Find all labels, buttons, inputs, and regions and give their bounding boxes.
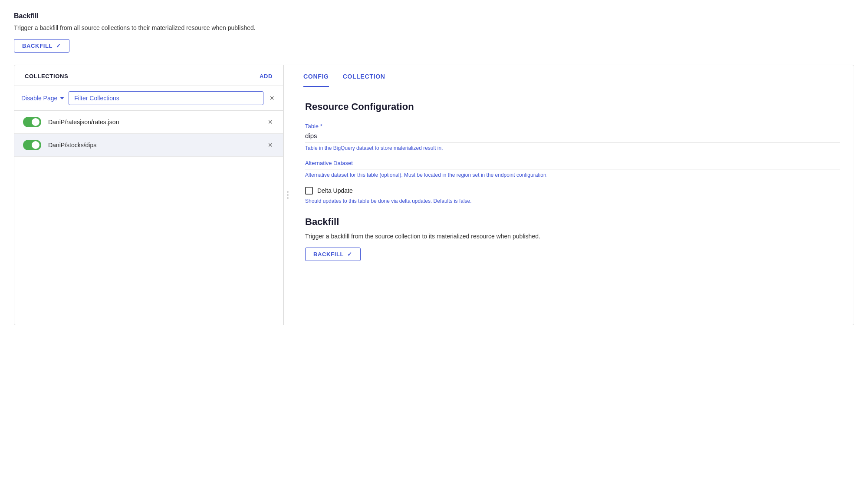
alt-dataset-label: Alternative Dataset [305,160,840,169]
toggle-slider-1 [23,140,41,150]
remove-collection-1[interactable]: × [266,140,274,150]
table-value: dips [305,132,840,142]
add-button[interactable]: ADD [260,73,273,79]
toggle-0[interactable] [23,117,41,127]
right-backfill-check-icon: ✓ [347,251,352,258]
alt-dataset-group: Alternative Dataset Alternative dataset … [305,160,840,178]
table-field-group: Table * dips Table in the BigQuery datas… [305,123,840,151]
close-icon-1: × [268,141,273,149]
right-panel: CONFIG COLLECTION Resource Configuration… [291,65,854,325]
top-backfill-check-icon: ✓ [56,43,61,49]
top-title: Backfill [14,12,854,20]
right-backfill-button[interactable]: BACKFILL ✓ [305,248,361,261]
chevron-down-icon [60,97,64,99]
top-description: Trigger a backfill from all source colle… [14,24,854,31]
collections-label: COLLECTIONS [25,73,68,79]
collection-name-0: DaniP/ratesjson/rates.json [48,119,259,126]
left-panel: COLLECTIONS ADD Disable Page × [14,65,283,325]
delta-update-label: Delta Update [317,187,353,194]
collection-item-0: DaniP/ratesjson/rates.json × [14,111,283,134]
tab-config[interactable]: CONFIG [303,65,329,87]
main-layout: COLLECTIONS ADD Disable Page × [14,65,854,325]
right-content: Resource Configuration Table * dips Tabl… [291,87,854,275]
disable-page-button[interactable]: Disable Page [21,95,64,102]
toggle-1[interactable] [23,140,41,150]
alt-dataset-hint: Alternative dataset for this table (opti… [305,172,840,178]
right-backfill-label: BACKFILL [313,251,344,258]
delta-update-hint: Should updates to this table be done via… [305,198,840,204]
clear-filter-button[interactable]: × [268,93,276,103]
delta-update-row: Delta Update [305,187,840,195]
backfill-description: Trigger a backfill from the source colle… [305,233,840,240]
table-label: Table * [305,123,840,129]
remove-collection-0[interactable]: × [266,117,274,127]
disable-page-label: Disable Page [21,95,57,102]
tab-collection[interactable]: COLLECTION [343,65,385,87]
backfill-section-title: Backfill [305,216,840,228]
close-icon-0: × [268,118,273,126]
filter-row: Disable Page × [14,86,283,111]
top-backfill-label: BACKFILL [22,43,53,49]
panel-divider-dots [287,191,289,199]
left-panel-header: COLLECTIONS ADD [14,65,283,86]
tabs-row: CONFIG COLLECTION [291,65,854,87]
top-section: Backfill Trigger a backfill from all sou… [14,12,854,53]
top-backfill-button[interactable]: BACKFILL ✓ [14,39,69,53]
table-hint: Table in the BigQuery dataset to store m… [305,145,840,151]
panel-divider-dot-2 [287,194,289,196]
delta-update-checkbox[interactable] [305,187,313,195]
panel-divider-dot-3 [287,197,289,199]
collection-item-1: DaniP/stocks/dips × [14,134,283,157]
filter-collections-input[interactable] [69,91,263,105]
panel-divider-dot-1 [287,191,289,193]
toggle-slider-0 [23,117,41,127]
close-icon: × [270,94,274,102]
panel-divider[interactable] [283,65,291,325]
collection-name-1: DaniP/stocks/dips [48,142,259,149]
resource-config-title: Resource Configuration [305,101,840,112]
